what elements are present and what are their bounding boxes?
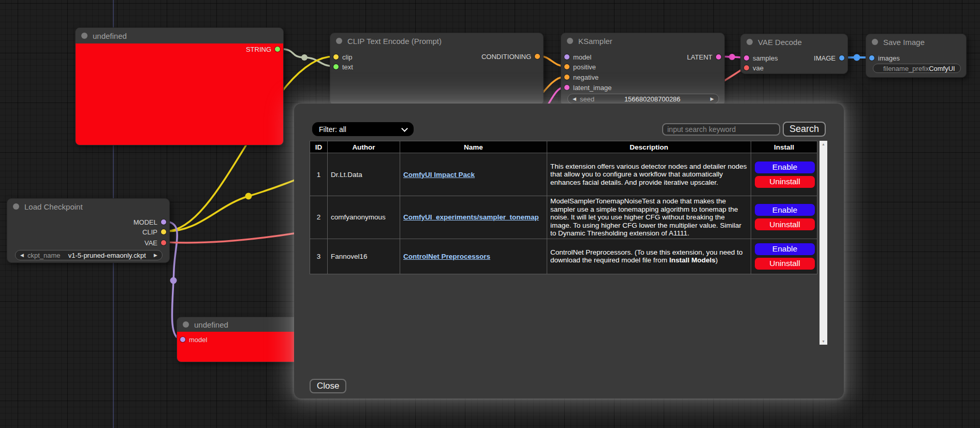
cell-id: 1 (310, 153, 328, 196)
filename-prefix-widget[interactable]: filename_prefix ComfyUI (873, 64, 961, 73)
collapse-dot-icon[interactable] (567, 38, 573, 44)
uninstall-button[interactable]: Uninstall (754, 218, 815, 231)
cell-name: ComfyUI_experiments/sampler_tonemap (400, 196, 547, 239)
cell-name: ControlNet Preprocessors (400, 239, 547, 274)
node-header[interactable]: undefined (76, 28, 283, 43)
input-dot-vae[interactable] (744, 65, 749, 70)
output-dot-clip[interactable] (161, 229, 166, 234)
reroute-dot-string[interactable] (301, 54, 308, 61)
output-dot-conditioning[interactable] (535, 54, 540, 59)
reroute-dot-image[interactable] (854, 54, 860, 61)
output-slot-clip: CLIP (142, 228, 166, 236)
increment-arrow-icon[interactable]: ▶ (154, 250, 157, 260)
collapse-dot-icon[interactable] (183, 321, 189, 328)
uninstall-button[interactable]: Uninstall (754, 257, 815, 270)
enable-button[interactable]: Enable (754, 243, 815, 256)
output-slot-conditioning: CONDITIONING (481, 52, 540, 61)
seed-widget[interactable]: ◀ seed 156680208700286 ▶ (567, 94, 719, 104)
node-header[interactable]: Save Image (866, 34, 966, 50)
collapse-dot-icon[interactable] (747, 39, 753, 45)
reroute-dot-latent[interactable] (729, 54, 735, 60)
extension-link[interactable]: ControlNet Preprocessors (403, 253, 490, 260)
extension-link[interactable]: ComfyUI Impact Pack (403, 171, 475, 179)
node-header[interactable]: Load Checkpoint (7, 199, 169, 214)
description-bold: Install Models (669, 256, 715, 264)
input-dot-text[interactable] (333, 64, 339, 69)
output-dot-model[interactable] (161, 219, 166, 225)
input-dot-negative[interactable] (564, 75, 569, 80)
collapse-dot-icon[interactable] (336, 38, 342, 44)
header-id: ID (310, 141, 328, 153)
scroll-down-arrow-icon[interactable]: ▼ (822, 338, 825, 345)
widget-label: seed (580, 95, 594, 103)
table-row: 2 comfyanonymous ComfyUI_experiments/sam… (310, 196, 817, 239)
widget-value: ComfyUI (929, 65, 960, 72)
output-dot-string[interactable] (275, 47, 280, 52)
input-dot-model[interactable] (564, 54, 569, 60)
node-header[interactable]: KSampler (561, 33, 724, 49)
input-dot-samples[interactable] (744, 55, 749, 61)
filter-select[interactable]: Filter: all (312, 122, 414, 136)
enable-button[interactable]: Enable (754, 203, 815, 216)
header-install: Install (751, 141, 817, 153)
node-save-image[interactable]: Save Image images filename_prefix ComfyU… (866, 34, 967, 78)
cell-id: 2 (310, 196, 328, 239)
collapse-dot-icon[interactable] (81, 33, 87, 39)
node-undefined-top[interactable]: undefined STRING (75, 27, 284, 145)
node-vae-decode[interactable]: VAE Decode samples vae IMAGE (740, 34, 848, 74)
input-dot-model[interactable] (180, 337, 185, 342)
header-description: Description (547, 141, 751, 153)
input-slot-images: images (869, 54, 900, 62)
decrement-arrow-icon[interactable]: ◀ (573, 94, 576, 104)
input-dot-positive[interactable] (564, 64, 569, 69)
output-dot-image[interactable] (839, 55, 844, 61)
node-header[interactable]: CLIP Text Encode (Prompt) (330, 33, 543, 49)
close-button[interactable]: Close (310, 379, 346, 393)
node-undefined-bottom[interactable]: undefined model (177, 317, 307, 362)
table-scrollbar[interactable]: ▲ ▼ (820, 141, 827, 345)
cell-author: Fannovel16 (328, 239, 400, 274)
output-dot-vae[interactable] (161, 240, 166, 245)
enable-button[interactable]: Enable (754, 161, 815, 174)
uninstall-button[interactable]: Uninstall (754, 175, 815, 188)
widget-label: filename_prefix (883, 65, 929, 72)
extension-link[interactable]: ComfyUI_experiments/sampler_tonemap (403, 213, 539, 221)
table-row: 1 Dr.Lt.Data ComfyUI Impact Pack This ex… (310, 153, 817, 196)
header-name: Name (400, 141, 547, 153)
node-clip-text-encode[interactable]: CLIP Text Encode (Prompt) clip text COND… (330, 33, 544, 105)
increment-arrow-icon[interactable]: ▶ (710, 94, 714, 104)
output-dot-latent[interactable] (716, 54, 721, 60)
error-node-body (76, 43, 283, 145)
scroll-up-arrow-icon[interactable]: ▲ (822, 141, 825, 147)
input-dot-images[interactable] (869, 55, 874, 61)
decrement-arrow-icon[interactable]: ◀ (20, 250, 24, 260)
node-header[interactable]: undefined (177, 317, 306, 332)
collapse-dot-icon[interactable] (13, 203, 19, 210)
input-dot-latent-image[interactable] (564, 85, 569, 90)
slot-label: IMAGE (814, 54, 836, 62)
node-load-checkpoint[interactable]: Load Checkpoint MODEL CLIP VAE ◀ ckpt_na… (7, 198, 170, 263)
reroute-dot-model[interactable] (170, 277, 177, 284)
ckpt-name-widget[interactable]: ◀ ckpt_name v1-5-pruned-emaonly.ckpt ▶ (15, 250, 163, 260)
slot-label: samples (753, 54, 778, 62)
slot-label: positive (573, 63, 596, 71)
node-title: VAE Decode (758, 38, 802, 47)
search-input[interactable] (662, 123, 780, 136)
node-ksampler[interactable]: KSampler model positive negative latent_… (561, 33, 725, 106)
search-button[interactable]: Search (783, 122, 826, 137)
node-header[interactable]: VAE Decode (741, 34, 847, 50)
input-slot-text: text (333, 63, 353, 71)
slot-label: CLIP (142, 228, 157, 236)
node-graph-canvas[interactable]: undefined STRING CLIP Text Encode (Promp… (0, 0, 980, 428)
reroute-dot-clip[interactable] (245, 193, 252, 200)
node-title: CLIP Text Encode (Prompt) (347, 37, 442, 46)
input-dot-clip[interactable] (333, 54, 339, 60)
slot-label: LATENT (687, 53, 712, 61)
cell-install: Enable Uninstall (751, 239, 817, 274)
cell-author: comfyanonymous (328, 196, 400, 239)
collapse-dot-icon[interactable] (872, 39, 878, 45)
slot-label: MODEL (134, 218, 157, 226)
output-slot-string: STRING (246, 45, 280, 53)
slot-label: CONDITIONING (481, 53, 531, 61)
output-slot-model: MODEL (134, 218, 166, 226)
